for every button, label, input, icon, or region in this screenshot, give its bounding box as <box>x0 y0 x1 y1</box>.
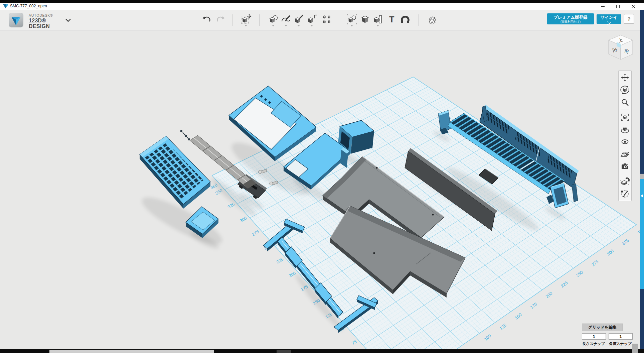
sketch-visibility-icon <box>620 189 630 199</box>
show-all-icon <box>620 125 630 135</box>
premium-register-button[interactable]: プレミアム版登録 (商業利用向け) <box>547 13 594 24</box>
snap-tool[interactable] <box>399 13 412 27</box>
palette-separator <box>621 174 629 174</box>
pattern-tool[interactable] <box>320 13 333 27</box>
navigation-palette <box>618 70 632 201</box>
combine-icon <box>359 13 371 25</box>
titlebar: SMC-777_002_open <box>0 3 644 10</box>
bottom-edge-bar <box>0 349 644 353</box>
measure-tool[interactable] <box>371 13 384 27</box>
grouping-tool[interactable] <box>345 13 358 27</box>
collapsed-panel-strip[interactable] <box>640 10 644 353</box>
measure-icon <box>372 13 384 25</box>
brand-text: AUTODESK® 123D® DESIGN <box>29 14 53 29</box>
sketch-icon <box>280 13 292 25</box>
redo-icon <box>215 13 227 25</box>
close-button[interactable] <box>626 3 641 10</box>
signin-button[interactable]: サインイン <box>597 14 621 24</box>
transform-icon <box>240 13 252 25</box>
eye-icon <box>620 137 630 147</box>
view-cube-front-label[interactable]: 前 <box>624 48 630 54</box>
construct-tool[interactable] <box>292 13 305 27</box>
sketch-visibility-button[interactable] <box>619 189 631 199</box>
snap-object-button[interactable] <box>619 176 631 187</box>
transform-tool[interactable] <box>239 13 252 27</box>
bottom-bar-segment <box>49 350 214 353</box>
app-window: 3603503253002752502252001751501251007550… <box>0 0 644 353</box>
main-toolbar: AUTODESK® 123D® DESIGN <box>0 10 644 30</box>
sketch-tool[interactable] <box>280 13 292 27</box>
grid-eye-icon <box>620 149 630 159</box>
orbit-button[interactable] <box>619 85 631 95</box>
redo-button[interactable] <box>214 13 227 27</box>
pattern-icon <box>321 13 333 25</box>
camera-icon <box>620 161 630 171</box>
fit-view-button[interactable] <box>619 112 631 122</box>
pan-button[interactable] <box>619 73 631 83</box>
length-snap-input[interactable] <box>582 333 606 340</box>
grouping-icon <box>346 13 358 25</box>
restore-button[interactable] <box>611 3 625 10</box>
scrollbar-corner <box>632 344 638 353</box>
orbit-icon <box>620 85 630 95</box>
visibility-button[interactable] <box>619 137 631 147</box>
text-tool[interactable]: T <box>385 13 398 27</box>
magnifier-icon <box>620 97 630 107</box>
modify-icon <box>306 13 318 25</box>
autodesk-123d-logo <box>9 13 23 27</box>
panel-expand-arrow-icon[interactable] <box>641 194 643 198</box>
viewport-3d[interactable]: 3603503253002752502252001751501251007550… <box>0 0 644 353</box>
chevron-down-icon[interactable] <box>65 19 71 22</box>
snap-box-icon <box>620 176 630 187</box>
combine-tool[interactable] <box>359 13 371 27</box>
undo-button[interactable] <box>200 13 213 27</box>
help-button[interactable]: ? <box>624 14 634 24</box>
toolbar-separator <box>419 14 419 26</box>
text-icon: T <box>386 13 398 25</box>
app-logo-icon <box>3 4 9 9</box>
material-icon <box>426 13 438 25</box>
modify-tool[interactable] <box>305 13 318 27</box>
pan-icon <box>620 73 630 83</box>
window-title: SMC-777_002_open <box>10 4 47 8</box>
bottom-bar-segment <box>277 350 291 353</box>
edit-grid-button[interactable]: グリッドを編集 <box>582 324 623 331</box>
material-tool[interactable] <box>426 13 439 27</box>
grid-visibility-button[interactable] <box>619 149 631 159</box>
primitives-tool[interactable] <box>267 13 280 27</box>
minimize-button[interactable] <box>595 3 610 10</box>
zoom-button[interactable] <box>619 97 631 107</box>
undo-icon <box>200 13 212 25</box>
construct-icon <box>293 13 305 25</box>
view-cube[interactable]: 上 左 前 <box>604 31 637 69</box>
palette-separator <box>621 110 629 110</box>
top-edge <box>0 0 644 3</box>
account-buttons: プレミアム版登録 (商業利用向け) サインイン ? <box>547 13 634 24</box>
toolbar-separator <box>232 14 232 26</box>
screenshot-button[interactable] <box>619 161 631 171</box>
angle-snap-input[interactable] <box>609 333 633 340</box>
close-icon <box>631 4 635 8</box>
svg-text:T: T <box>389 15 394 24</box>
length-snap-label: 長さスナップ <box>581 341 607 346</box>
magnet-icon <box>399 13 411 25</box>
fit-view-icon <box>620 112 630 122</box>
toolbar-separator <box>259 14 260 26</box>
primitives-icon <box>267 13 279 25</box>
show-all-button[interactable] <box>619 125 631 135</box>
angle-snap-label: 角度スナップ <box>607 341 633 346</box>
